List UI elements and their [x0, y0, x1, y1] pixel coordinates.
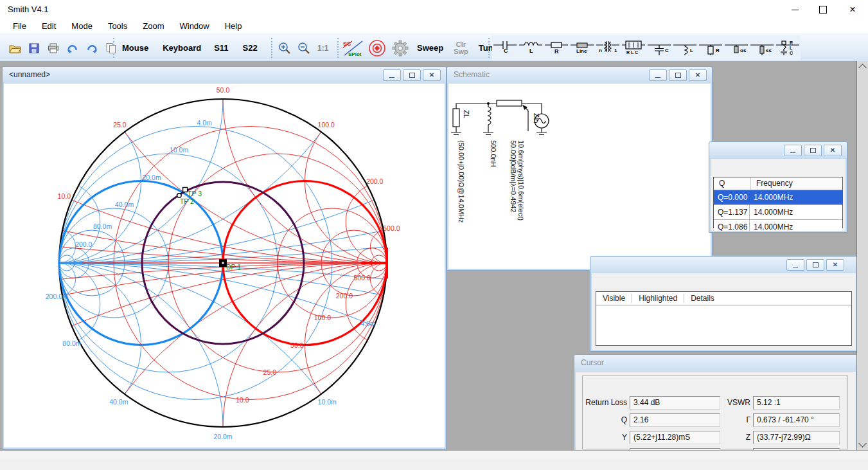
- schematic-window-caption[interactable]: Schematic ✕: [447, 67, 712, 83]
- window-close-button[interactable]: ✕: [826, 259, 844, 271]
- window-restore-button[interactable]: [806, 259, 824, 271]
- menu-item-edit[interactable]: Edit: [34, 19, 64, 33]
- component-shorted-stub-button[interactable]: ss: [749, 37, 775, 59]
- cursor-window-caption[interactable]: Cursor: [574, 355, 857, 371]
- component-toolbar-group: CLRLinen1R L CCLRosssRLC: [492, 35, 801, 60]
- menu-item-window[interactable]: Window: [172, 19, 217, 33]
- clear-sweep-button[interactable]: ClrSwp: [448, 41, 474, 55]
- file-toolbar-group: [5, 34, 121, 62]
- menu-item-help[interactable]: Help: [217, 19, 250, 33]
- mode-toolbar-group: MouseKeyboardS11S22: [117, 34, 267, 62]
- component-series-rlc-button[interactable]: R L C: [621, 37, 646, 59]
- toolbar-grip[interactable]: [337, 38, 339, 58]
- component-shunt-resistor-button[interactable]: R: [698, 37, 723, 59]
- details-list-header: VisibleHighlightedDetails: [596, 292, 851, 305]
- scroll-down-icon[interactable]: [858, 439, 867, 447]
- open-button[interactable]: [5, 37, 24, 59]
- schematic-series-line[interactable]: [497, 100, 522, 106]
- zoom-out-button[interactable]: [294, 37, 314, 59]
- component-series-inductor-button[interactable]: L: [518, 37, 544, 59]
- chart-window-title: <unnamed>: [9, 70, 50, 79]
- settings-button[interactable]: [389, 37, 412, 59]
- schematic-drawing: ZLZin(50.00+j0.00)Ω@14.0MHz500.0nH50.0Ω|…: [448, 84, 711, 269]
- window-minimize-button[interactable]: [649, 69, 667, 81]
- schematic-shunt-inductor[interactable]: [488, 107, 491, 125]
- keyboard-button[interactable]: Keyboard: [157, 43, 206, 53]
- component-shunt-capacitor-icon: C: [646, 39, 672, 57]
- component-open-stub-button[interactable]: os: [723, 37, 749, 59]
- svg-text:10.0m: 10.0m: [170, 146, 188, 154]
- component-shunt-rlc-button[interactable]: RLC: [775, 37, 801, 59]
- component-shunt-inductor-button[interactable]: L: [672, 37, 698, 59]
- schematic-canvas[interactable]: ZLZin(50.00+j0.00)Ω@14.0MHz500.0nH50.0Ω|…: [448, 84, 711, 269]
- component-series-resistor-button[interactable]: R: [544, 37, 569, 59]
- sweep-button[interactable]: Sweep: [412, 43, 448, 53]
- mdi-workspace: <unnamed> ✕ 10.025.050.0100.0200.0500.04…: [0, 61, 857, 450]
- menu-item-tools[interactable]: Tools: [100, 19, 135, 33]
- menu-item-zoom[interactable]: Zoom: [135, 19, 172, 33]
- toolbar-grip[interactable]: [271, 38, 272, 58]
- chart-window-caption[interactable]: <unnamed> ✕: [3, 67, 446, 83]
- zoom-ratio-button[interactable]: 1:1: [314, 44, 332, 53]
- minimize-button[interactable]: [781, 0, 809, 19]
- component-shunt-capacitor-button[interactable]: C: [646, 37, 672, 59]
- close-button[interactable]: ×: [838, 0, 867, 19]
- window-restore-button[interactable]: [403, 69, 421, 81]
- schematic-load[interactable]: [453, 109, 459, 127]
- window-minimize-button[interactable]: [786, 259, 804, 271]
- window-restore-button[interactable]: [804, 145, 822, 156]
- vertical-scrollbar[interactable]: [856, 61, 868, 450]
- window-minimize-button[interactable]: [383, 69, 401, 81]
- redo-button[interactable]: [82, 37, 102, 59]
- window-close-button[interactable]: ✕: [824, 145, 842, 156]
- mouse-button[interactable]: Mouse: [117, 43, 154, 53]
- window-close-button[interactable]: ✕: [423, 69, 441, 81]
- details-window-caption[interactable]: ✕: [590, 257, 857, 273]
- smith-chart-canvas[interactable]: 10.025.050.0100.0200.0500.04.0m10.0m20.0…: [4, 84, 445, 447]
- window-minimize-button[interactable]: [784, 145, 802, 156]
- details-column-highlighted[interactable]: Highlighted: [632, 294, 684, 303]
- zoom-in-button[interactable]: [275, 37, 294, 59]
- svg-text:40.0m: 40.0m: [109, 398, 128, 406]
- details-column-details[interactable]: Details: [684, 294, 721, 303]
- component-series-line-button[interactable]: Line: [569, 37, 595, 59]
- frequency-column-header[interactable]: Frequency: [751, 177, 793, 190]
- restore-icon: [675, 73, 681, 78]
- component-transformer-button[interactable]: n1: [595, 37, 621, 59]
- s22-button[interactable]: S22: [238, 43, 263, 53]
- details-column-visible[interactable]: Visible: [596, 294, 632, 303]
- q-table-row-2[interactable]: Q=1.086 14.000MHz: [714, 220, 842, 231]
- marker-TP-3[interactable]: [183, 188, 188, 192]
- q-table-row-0[interactable]: Q=0.000 14.000MHz: [714, 190, 842, 205]
- undo-button[interactable]: [63, 37, 82, 59]
- cursor-value-gamma[interactable]: 0.673 / -61.470 °: [753, 413, 840, 427]
- minimize-icon: [792, 10, 799, 10]
- maximize-button[interactable]: [809, 0, 837, 19]
- svg-text:25.0: 25.0: [263, 368, 277, 376]
- svg-text:C: C: [665, 48, 669, 53]
- close-icon: ✕: [695, 72, 700, 78]
- svg-text:80.0m: 80.0m: [93, 222, 112, 230]
- sc-splot-button[interactable]: SCSPlot: [341, 37, 366, 59]
- q-table-row-1[interactable]: Q=1.137 14.000MHz: [714, 205, 842, 220]
- scroll-up-icon[interactable]: [858, 64, 867, 72]
- horizontal-scrollbar[interactable]: [0, 450, 868, 460]
- minimize-icon: [655, 77, 660, 78]
- component-series-capacitor-button[interactable]: C: [492, 37, 518, 59]
- s11-button[interactable]: S11: [209, 43, 233, 53]
- svg-text:20.0m: 20.0m: [213, 433, 232, 440]
- window-close-button[interactable]: ✕: [689, 69, 707, 81]
- print-button[interactable]: [44, 37, 63, 59]
- menu-item-file[interactable]: File: [5, 19, 34, 33]
- save-button[interactable]: [24, 37, 44, 59]
- svg-text:50.0: 50.0: [290, 341, 304, 349]
- smith-chart[interactable]: 10.025.050.0100.0200.0500.04.0m10.0m20.0…: [4, 84, 445, 447]
- details-window: ✕ VisibleHighlightedDetails: [590, 256, 857, 352]
- cursor-value-vswr[interactable]: 5.12 :1: [753, 396, 840, 410]
- q-window-caption[interactable]: ✕: [709, 142, 847, 158]
- menu-item-mode[interactable]: Mode: [64, 19, 100, 33]
- target-button[interactable]: [366, 37, 389, 59]
- window-restore-button[interactable]: [669, 69, 687, 81]
- q-column-header[interactable]: Q: [714, 177, 751, 190]
- cursor-value-z[interactable]: (33.77-j72.99)Ω: [753, 431, 840, 444]
